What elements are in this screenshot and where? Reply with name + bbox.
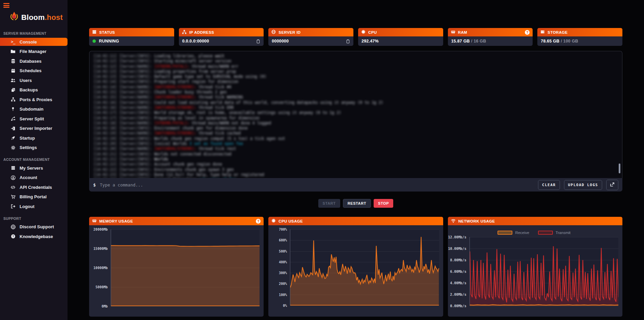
card-header: IP ADDRESS	[179, 28, 264, 36]
restart-button[interactable]: RESTART	[343, 199, 371, 208]
log-line: [14:02:21] [Server/INFO]: Worlds not con…	[93, 152, 618, 157]
console-log[interactable]: [14:02:11] [Server/INFO]: Loading librar…	[89, 51, 622, 178]
sidebar-item-users[interactable]: Users	[0, 76, 68, 84]
legend-receive: Receive	[498, 231, 529, 235]
logout-icon	[10, 204, 16, 209]
sidebar-item-account[interactable]: Account	[0, 174, 68, 182]
sidebar-item-discord-support[interactable]: Discord Support	[0, 223, 68, 231]
database-icon	[10, 58, 16, 64]
section-label: SUPPORT	[0, 212, 68, 223]
card-ram: RAM?15.87 GB/ 16 GB	[448, 28, 533, 46]
card-value: 292.47%	[358, 36, 443, 46]
y-tick: 2.00Mb/s	[450, 293, 466, 296]
stop-button[interactable]: STOP	[374, 199, 393, 208]
command-prompt: $	[93, 182, 96, 187]
sidebar-item-ports-proxies[interactable]: Ports & Proxies	[0, 95, 68, 104]
card-storage: STORAGE78.65 GB/ 100 GB	[537, 28, 622, 46]
users-icon	[10, 78, 16, 83]
clear-button[interactable]: CLEAR	[538, 180, 560, 190]
log-line: [14:02:14] [Server/INFO]: Preparing star…	[93, 79, 618, 84]
y-tick: 0.00Mb/s	[450, 304, 466, 308]
y-tick: 5000Mb	[96, 285, 108, 289]
log-line: [14:02:12] [Server/WARN]: [STDERR/FATAL]…	[93, 64, 618, 69]
sidebar-item-my-servers[interactable]: My Servers	[0, 164, 68, 172]
y-tick: 15000Mb	[93, 247, 108, 251]
cart-icon	[10, 194, 16, 200]
terminal-icon: >_	[10, 39, 16, 45]
sidebar-item-databases[interactable]: Databases	[0, 57, 68, 65]
log-line: [14:02:13] [Server/INFO]: Default game t…	[93, 74, 618, 79]
server-icon	[92, 30, 97, 35]
sidebar-item-knowledgebase[interactable]: ?Knowledgebase	[0, 232, 68, 240]
network-usage-plot: Receive Transmit 12.00Mb/s10.00Mb/s8.00M…	[448, 225, 622, 317]
console-panel: [14:02:11] [Server/INFO]: Loading librar…	[89, 51, 622, 192]
help-icon[interactable]: ?	[525, 30, 530, 35]
servers-icon	[10, 165, 16, 171]
folder-icon	[10, 49, 16, 54]
pin-icon	[10, 106, 16, 112]
sidebar-item-api-credentials[interactable]: API Credentials	[0, 183, 68, 191]
log-line: [14:02:18] [Server/WARN]: [STDERR/FATAL]…	[93, 121, 618, 126]
log-line: [14:02:17] [Server/INFO]: World storage …	[93, 110, 618, 115]
sidebar-item-console[interactable]: >_Console	[0, 38, 68, 46]
sidebar-item-schedules[interactable]: Schedules	[0, 67, 68, 75]
card-header: CPU	[358, 28, 443, 36]
console-scrollbar[interactable]	[619, 164, 620, 173]
expand-console-button[interactable]	[606, 180, 618, 190]
y-tick: 10000Mb	[93, 266, 108, 270]
sidebar-nav: SERVER MANAGEMENT>_ConsoleFile ManagerDa…	[0, 27, 68, 240]
card-server-id: SERVER ID0000000	[268, 28, 353, 46]
card-header: STORAGE	[537, 28, 622, 36]
y-tick: 4.00Mb/s	[450, 281, 466, 285]
power-controls: START RESTART STOP	[89, 199, 622, 208]
log-line: [14:02:21] [Server/INFO]: Worlds	[93, 157, 618, 162]
card-value: 0.0.0.0:00000	[179, 36, 264, 46]
brand-logo[interactable]: Bloom.host	[0, 0, 68, 27]
calendar-icon	[10, 68, 16, 74]
wifi-icon	[451, 219, 456, 224]
card-value: 15.87 GB/ 16 GB	[448, 36, 533, 46]
y-tick: 600%	[279, 238, 287, 242]
sidebar-item-billing-portal[interactable]: Billing Portal	[0, 193, 68, 201]
log-line: [14:02:23] [Server/INFO]: [voice] Networ…	[93, 177, 618, 178]
transmit-swatch	[538, 231, 553, 235]
y-tick: 12.00Mb/s	[448, 235, 466, 239]
log-line: [14:02:14] [Server/WARN]: [WATCHDOG/STDE…	[93, 85, 618, 90]
sidebar: Bloom.host SERVER MANAGEMENT>_ConsoleFil…	[0, 0, 68, 320]
sidebar-item-startup[interactable]: Startup	[0, 134, 68, 142]
sidebar-item-logout[interactable]: Logout	[0, 202, 68, 210]
start-button[interactable]: START	[318, 199, 340, 208]
sidebar-item-file-manager[interactable]: File Manager	[0, 48, 68, 56]
menu-toggle-icon[interactable]	[3, 3, 9, 8]
y-tick: 300%	[279, 271, 287, 275]
log-line: [14:02:16] [Server/WARN]: [WATCHDOG/STDE…	[93, 105, 618, 110]
card-status: STATUSRUNNING	[89, 28, 174, 46]
sidebar-item-settings[interactable]: Settings	[0, 144, 68, 152]
sidebar-item-backups[interactable]: Backups	[0, 86, 68, 94]
section-label: ACCOUNT MANAGEMENT	[0, 153, 68, 164]
card-header: RAM?	[448, 28, 533, 36]
command-input[interactable]	[100, 182, 534, 187]
card-cpu: CPU292.47%	[358, 28, 443, 46]
memory-icon	[451, 30, 455, 35]
import-icon	[10, 125, 16, 131]
sidebar-item-subdomain[interactable]: Subdomain	[0, 105, 68, 113]
y-tick: 400%	[279, 260, 287, 264]
y-tick: 500%	[279, 249, 287, 253]
copy-icon[interactable]	[346, 39, 350, 43]
sidebar-item-server-importer[interactable]: Server Importer	[0, 124, 68, 133]
sidebar-item-server-split[interactable]: Server Split	[0, 115, 68, 123]
upload-logs-button[interactable]: UPLOAD LOGS	[564, 180, 602, 190]
flame-icon	[9, 11, 19, 24]
memory-icon	[92, 219, 97, 224]
svg-text:?: ?	[12, 235, 14, 238]
copy-icon[interactable]	[256, 39, 260, 43]
log-line: [14:02:19] [Server/WARN]: [WATCHDOG/STDE…	[93, 131, 618, 136]
memory-usage-chart: MEMORY USAGE ? 20000Mb15000Mb10000Mb5000…	[89, 217, 264, 317]
memory-help-icon[interactable]: ?	[256, 219, 261, 224]
log-line: [14:02:20] [Server/INFO]: [voice] Worlds…	[93, 141, 618, 146]
main-content: STATUSRUNNINGIP ADDRESS0.0.0.0:00000SERV…	[68, 0, 644, 320]
card-header: SERVER ID	[268, 28, 353, 36]
card-value: RUNNING	[89, 36, 174, 46]
network-usage-header: NETWORK USAGE	[448, 217, 622, 225]
